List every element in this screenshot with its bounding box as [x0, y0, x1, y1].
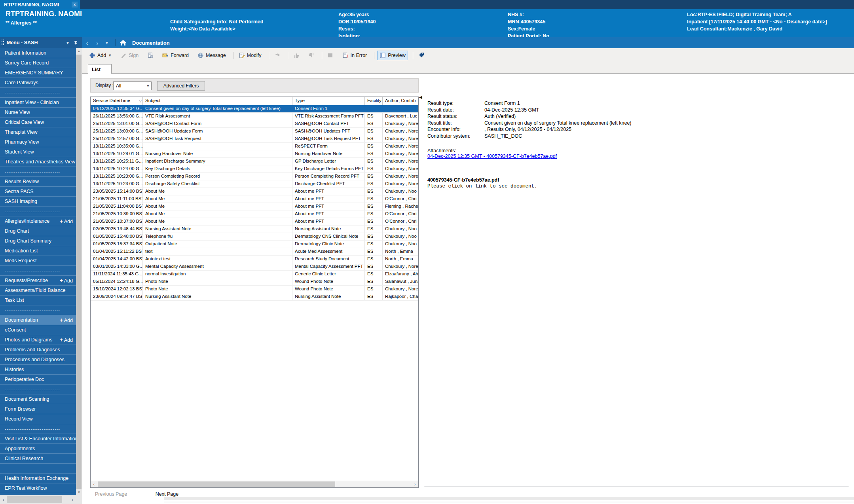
- table-row[interactable]: 03/01/2025 14:33:00 G... Mental Capacity…: [91, 263, 418, 271]
- sidebar-item[interactable]: Critical Care View: [0, 117, 76, 127]
- sidebar-item[interactable]: ------------------------------: [0, 88, 76, 98]
- sidebar-item[interactable]: Drug Chart Summary: [0, 236, 76, 246]
- sidebar-item[interactable]: Meds Request: [0, 256, 76, 266]
- next-page-button[interactable]: Next Page: [156, 491, 178, 497]
- sidebar-item[interactable]: Drug Chart: [0, 226, 76, 236]
- sidebar-item[interactable]: Appointments: [0, 444, 76, 454]
- message-button[interactable]: Message: [195, 51, 228, 60]
- column-type[interactable]: Type: [292, 97, 365, 105]
- pin-icon[interactable]: [74, 40, 78, 45]
- table-row[interactable]: 11/11/2024 11:35:43 G... normal investig…: [91, 271, 418, 278]
- sidebar-item[interactable]: Medication List: [0, 246, 76, 256]
- sidebar-vertical-scrollbar[interactable]: ▲ ▼: [76, 48, 82, 495]
- scrollbar-thumb[interactable]: [76, 55, 82, 489]
- table-row[interactable]: 26/11/2025 13:56:00 G... VTE Risk Assess…: [91, 113, 418, 120]
- history-dropdown-icon[interactable]: ▼: [102, 41, 111, 45]
- sidebar-item[interactable]: Assessments/Fluid Balance: [0, 286, 76, 296]
- sidebar-item[interactable]: Therapist View: [0, 127, 76, 137]
- attachment-link[interactable]: 04-Dec-2025 12:35 GMT - 400579345-CF-b7e…: [427, 153, 557, 159]
- table-row[interactable]: 21/05/2025 10:37:00 BST About Me About m…: [91, 218, 418, 225]
- in-error-button[interactable]: In Error: [340, 51, 370, 60]
- table-row[interactable]: 23/05/2025 15:14:00 BST About Me About m…: [91, 188, 418, 195]
- scroll-right-icon[interactable]: ›: [412, 481, 418, 487]
- sidebar-item[interactable]: Record View: [0, 414, 76, 424]
- table-row[interactable]: 04/12/2025 12:35:34 G... Consent given o…: [91, 105, 418, 113]
- sidebar-item[interactable]: Requests/Prescribe + Add: [0, 276, 76, 286]
- sidebar-item[interactable]: ------------------------------: [0, 424, 76, 434]
- splitter-collapse-icon[interactable]: ◀: [419, 95, 422, 99]
- sidebar-add-button[interactable]: + Add: [60, 335, 73, 345]
- preview-button[interactable]: Preview: [377, 51, 408, 60]
- table-row[interactable]: 21/05/2025 11:11:00 BST About Me About m…: [91, 195, 418, 203]
- sidebar-item[interactable]: Visit List & Encounter Information: [0, 434, 76, 444]
- home-icon[interactable]: [120, 40, 127, 46]
- table-row[interactable]: 13/11/2025 10:23:00 G... Person Completi…: [91, 173, 418, 180]
- column-author[interactable]: Author; Contrib: [383, 97, 418, 105]
- table-row[interactable]: 05/11/2024 12:24:18 G... Photo Note Woun…: [91, 278, 418, 286]
- sidebar-item[interactable]: Form Browser: [0, 404, 76, 414]
- sidebar-item[interactable]: EPR Test Workflow: [0, 483, 76, 493]
- table-row[interactable]: 01/05/2025 15:40:00 BST Telephone f/u De…: [91, 233, 418, 241]
- drag-grip-icon[interactable]: [1, 39, 5, 46]
- table-row[interactable]: 13/11/2025 10:35:00 G... ReSPECT Form ES…: [91, 143, 418, 150]
- table-row[interactable]: 23/09/2024 09:34:47 BST Nursing Assistan…: [91, 293, 418, 301]
- table-row[interactable]: 13/11/2025 10:24:00 G... Key Discharge D…: [91, 165, 418, 173]
- sidebar-item[interactable]: Perioperative Doc: [0, 375, 76, 385]
- scroll-left-icon[interactable]: ‹: [91, 481, 97, 487]
- table-row[interactable]: 25/11/2025 13:01:00 G... SASH@OOH Contac…: [91, 120, 418, 128]
- tag-button[interactable]: [416, 51, 427, 60]
- column-facility[interactable]: Facility: [365, 97, 383, 105]
- sidebar-item[interactable]: Procedures and Diagnoses: [0, 355, 76, 365]
- sidebar-item[interactable]: Photos and Diagrams + Add: [0, 335, 76, 345]
- sidebar-item[interactable]: Student View: [0, 147, 76, 157]
- sidebar-item[interactable]: Document Scanning: [0, 394, 76, 404]
- scrollbar-thumb[interactable]: [98, 481, 335, 487]
- table-row[interactable]: 01/05/2025 15:37:34 BST Outpatient Note …: [91, 241, 418, 248]
- display-select[interactable]: All ▼: [113, 81, 152, 90]
- sidebar-item[interactable]: Task List: [0, 296, 76, 305]
- sidebar-item[interactable]: Problems and Diagnoses: [0, 345, 76, 355]
- column-service-date[interactable]: Service Date/Time▽: [91, 97, 143, 105]
- add-button[interactable]: Add ▼: [87, 51, 114, 60]
- sidebar-item[interactable]: Allergies/Intolerance + Add: [0, 216, 76, 226]
- sidebar-item[interactable]: Nurse View: [0, 108, 76, 117]
- scrollbar-thumb[interactable]: [7, 496, 62, 503]
- forward-button[interactable]: Forward: [160, 51, 191, 60]
- scroll-up-icon[interactable]: ▲: [76, 48, 82, 54]
- sidebar-item[interactable]: Patient Information: [0, 48, 76, 58]
- sidebar-horizontal-scrollbar[interactable]: ‹ ›: [0, 495, 82, 504]
- sidebar-item[interactable]: ------------------------------: [0, 207, 76, 216]
- sidebar-item[interactable]: [0, 464, 76, 474]
- sidebar-item[interactable]: EMERGENCY SUMMARY: [0, 68, 76, 78]
- table-row[interactable]: 15/10/2024 12:02:13 BST Photo Note Wound…: [91, 286, 418, 293]
- sidebar-item[interactable]: SASH Imaging: [0, 197, 76, 207]
- table-row[interactable]: 13/11/2025 10:23:00 G... Discharge Safet…: [91, 180, 418, 188]
- sidebar-add-button[interactable]: + Add: [60, 276, 73, 286]
- scroll-down-icon[interactable]: ▼: [76, 489, 82, 495]
- sidebar-item[interactable]: Pharmacy View: [0, 137, 76, 147]
- sidebar-add-button[interactable]: + Add: [60, 216, 73, 226]
- table-row[interactable]: 21/05/2025 11:04:00 BST About Me About m…: [91, 203, 418, 210]
- sidebar-item[interactable]: Health Information Exchange: [0, 474, 76, 483]
- table-row[interactable]: 25/11/2025 13:00:00 G... SASH@OOH Update…: [91, 128, 418, 135]
- sidebar-item[interactable]: Care Pathways: [0, 78, 76, 88]
- sidebar-item[interactable]: eConsent: [0, 325, 76, 335]
- scroll-right-icon[interactable]: ›: [69, 495, 76, 504]
- seal-document-button[interactable]: [145, 51, 156, 60]
- sidebar-item[interactable]: Surrey Care Record: [0, 58, 76, 68]
- table-row[interactable]: 02/05/2025 13:48:44 BST Nursing Assistan…: [91, 225, 418, 233]
- table-horizontal-scrollbar[interactable]: ‹ ›: [91, 481, 418, 487]
- close-icon[interactable]: x: [72, 2, 78, 8]
- table-row[interactable]: 01/04/2025 14:42:00 BST Autotext test Re…: [91, 256, 418, 263]
- table-row[interactable]: 13/11/2025 10:25:11 G... Inpatient Disch…: [91, 158, 418, 165]
- sidebar-header[interactable]: Menu - SASH ▼: [0, 37, 82, 48]
- sidebar-item[interactable]: ------------------------------: [0, 167, 76, 177]
- tab-list[interactable]: List: [88, 64, 112, 74]
- back-button[interactable]: ‹: [82, 40, 92, 46]
- table-row[interactable]: 21/05/2025 10:39:00 BST About Me About m…: [91, 210, 418, 218]
- sidebar-item[interactable]: Theatres and Anaesthetics View: [0, 157, 76, 167]
- table-row[interactable]: 13/11/2025 10:28:01 G... Nursing Handove…: [91, 150, 418, 158]
- forward-button[interactable]: ›: [92, 40, 102, 46]
- sidebar-item[interactable]: Histories: [0, 365, 76, 375]
- sidebar-item[interactable]: Sectra PACS: [0, 187, 76, 197]
